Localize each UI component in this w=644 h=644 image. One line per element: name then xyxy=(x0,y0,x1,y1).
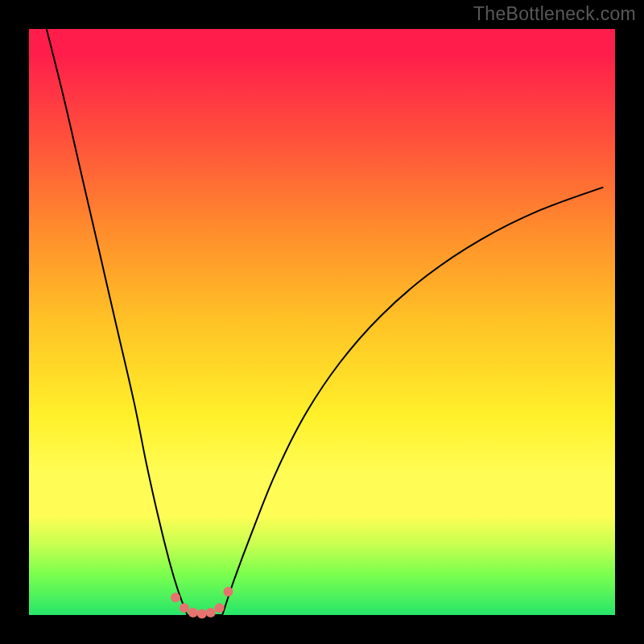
curve-svg xyxy=(29,29,615,615)
plot-area xyxy=(29,29,615,615)
bottleneck-curve xyxy=(47,29,604,617)
valley-dot xyxy=(171,592,180,602)
watermark-text: TheBottleneck.com xyxy=(473,3,636,25)
valley-dots-group xyxy=(171,587,233,619)
valley-dot xyxy=(215,603,225,613)
chart-stage: TheBottleneck.com xyxy=(0,0,644,644)
valley-dot xyxy=(224,587,233,597)
valley-dot xyxy=(206,608,216,617)
valley-dot xyxy=(188,608,198,617)
valley-dot xyxy=(197,609,207,619)
valley-dot xyxy=(180,603,189,613)
